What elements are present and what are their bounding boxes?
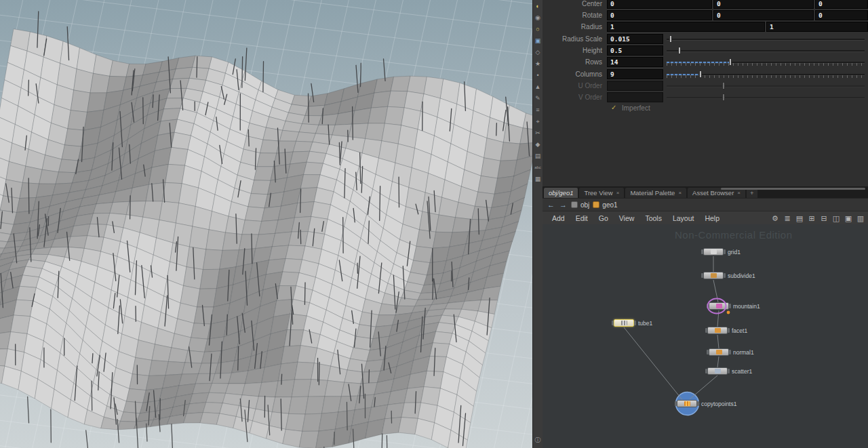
favorites-icon[interactable]: ★ <box>534 60 542 68</box>
forward-button[interactable]: → <box>559 201 568 209</box>
radius-scale-field[interactable]: 0.015 <box>607 34 663 44</box>
node-label: normal1 <box>733 349 754 356</box>
menu-view[interactable]: View <box>614 214 640 222</box>
pivot-icon[interactable]: ⌖ <box>534 117 542 126</box>
node-normal1[interactable]: normal1 <box>709 348 729 356</box>
points-display-icon[interactable]: • <box>534 71 542 80</box>
node-tube1[interactable]: tube1 <box>614 319 634 327</box>
radius-bottom-field[interactable]: 1 <box>766 22 868 32</box>
node-flag[interactable] <box>728 328 730 333</box>
node-mountain1[interactable]: mountain1 <box>709 302 729 310</box>
node-grid1[interactable]: grid1 <box>703 248 724 256</box>
radius-top-field[interactable]: 1 <box>607 22 765 32</box>
menu-tools[interactable]: Tools <box>639 214 667 222</box>
center-x-field[interactable]: 0 <box>607 0 712 9</box>
node-label: copytopoints1 <box>701 401 736 407</box>
node-flag[interactable] <box>697 401 699 406</box>
center-y-field[interactable]: 0 <box>713 0 814 9</box>
node-subdivide1[interactable]: subdivide1 <box>703 272 724 279</box>
columns-slider[interactable] <box>667 70 865 79</box>
snapping-icon[interactable]: ◉ <box>534 14 542 22</box>
viewport-toolbar: ◐◉○▣◇★•▲✎≡⌖✂◆▤abc▦ⓘ <box>532 0 542 448</box>
ghost-objects-icon[interactable]: ◇ <box>534 48 542 57</box>
rotate-y-field[interactable]: 0 <box>713 10 814 20</box>
breadcrumb-geo1[interactable]: geo1 <box>593 201 617 209</box>
breadcrumb-obj[interactable]: obj <box>571 201 589 209</box>
image-plane-icon[interactable]: ▦ <box>534 175 542 184</box>
cut-icon[interactable]: ✂ <box>534 129 542 138</box>
close-tab-icon[interactable]: × <box>678 188 682 198</box>
tab-label: Tree View <box>584 188 612 198</box>
node-flag[interactable] <box>705 328 707 333</box>
tab-tree-view[interactable]: Tree View × <box>579 188 624 198</box>
radius-scale-slider[interactable] <box>667 35 865 44</box>
tab-label: obj/geo1 <box>549 188 573 198</box>
menu-help[interactable]: Help <box>699 214 725 222</box>
node-scatter1[interactable]: scatter1 <box>707 367 728 375</box>
imperfect-checkbox[interactable]: ✓ <box>611 104 616 111</box>
node-flag[interactable] <box>724 249 726 254</box>
3d-viewport[interactable] <box>0 0 532 448</box>
network-editor[interactable]: Non-Commercial Edition grid1 <box>542 224 868 448</box>
viewport-layout-icon[interactable]: ▣ <box>534 37 542 45</box>
node-flag[interactable] <box>612 321 614 325</box>
u-order-slider <box>667 81 865 91</box>
node-flag[interactable] <box>705 369 707 373</box>
tab-material-palette[interactable]: Material Palette × <box>625 188 686 198</box>
menu-go[interactable]: Go <box>593 214 614 222</box>
rotate-x-field[interactable]: 0 <box>607 10 712 20</box>
rotate-z-field[interactable]: 0 <box>815 10 868 20</box>
slider-handle[interactable] <box>729 58 732 66</box>
menu-add[interactable]: Add <box>547 214 570 222</box>
columns-field[interactable]: 9 <box>607 69 663 79</box>
tab-scrollbar[interactable] <box>721 188 865 190</box>
height-slider[interactable] <box>667 46 865 56</box>
center-z-field[interactable]: 0 <box>815 0 868 9</box>
node-flag[interactable] <box>728 369 730 373</box>
node-flag[interactable] <box>707 350 709 354</box>
back-button[interactable]: ← <box>547 201 555 209</box>
node-flag[interactable] <box>675 401 677 406</box>
tab-network-obj-geo1[interactable]: obj/geo1 <box>544 188 578 198</box>
slider-handle[interactable] <box>669 35 672 43</box>
node-flag[interactable] <box>707 304 709 308</box>
node-flag[interactable] <box>729 350 731 354</box>
close-tab-icon[interactable]: × <box>616 188 620 198</box>
normals-display-icon[interactable]: ▲ <box>534 83 542 91</box>
grid-small-icon[interactable]: ⊞ <box>807 213 816 223</box>
network-path-bar: ← → obj geo1 <box>542 198 868 211</box>
tree-view-icon[interactable]: ≣ <box>783 213 792 223</box>
node-flag[interactable] <box>634 321 636 325</box>
rows-field[interactable]: 14 <box>607 57 663 67</box>
node-flag[interactable] <box>729 304 731 308</box>
lighting-icon[interactable]: ◐ <box>534 2 542 11</box>
panel-left-icon[interactable]: ▣ <box>844 213 853 223</box>
node-flag[interactable] <box>701 273 703 278</box>
grid-large-icon[interactable]: ⊟ <box>819 213 829 223</box>
handles-icon[interactable]: ◆ <box>534 140 542 149</box>
slider-handle[interactable] <box>699 70 702 78</box>
customize-toolbar-icon[interactable]: ⚙ <box>770 213 780 223</box>
tab-label: Material Palette <box>630 188 675 198</box>
headlight-icon[interactable]: ○ <box>534 25 542 34</box>
houdini-window: ◐◉○▣◇★•▲✎≡⌖✂◆▤abc▦ⓘ Center 0 0 0 Rotate … <box>0 0 868 448</box>
list-view-icon[interactable]: ▤ <box>795 213 804 223</box>
node-flag[interactable] <box>724 273 726 278</box>
info-icon[interactable]: ⓘ <box>534 436 542 445</box>
display-options-icon[interactable]: ≡ <box>534 106 542 115</box>
param-row-height: Height 0.5 <box>542 45 868 56</box>
menu-layout[interactable]: Layout <box>667 214 700 222</box>
rows-slider[interactable] <box>667 58 865 67</box>
menu-edit[interactable]: Edit <box>570 214 593 222</box>
node-facet1[interactable]: facet1 <box>707 327 728 334</box>
node-copytopoints1[interactable]: copytopoints1 <box>677 400 697 407</box>
slider-handle <box>722 82 725 89</box>
height-field[interactable]: 0.5 <box>607 45 663 56</box>
group-list-icon[interactable]: ▤ <box>534 152 542 161</box>
node-flag[interactable] <box>701 249 703 254</box>
slider-handle[interactable] <box>678 47 681 54</box>
text-labels-icon[interactable]: abc <box>534 163 542 172</box>
split-view-icon[interactable]: ◫ <box>831 213 841 223</box>
annotate-icon[interactable]: ✎ <box>534 94 542 103</box>
panel-right-icon[interactable]: ▥ <box>856 213 865 223</box>
